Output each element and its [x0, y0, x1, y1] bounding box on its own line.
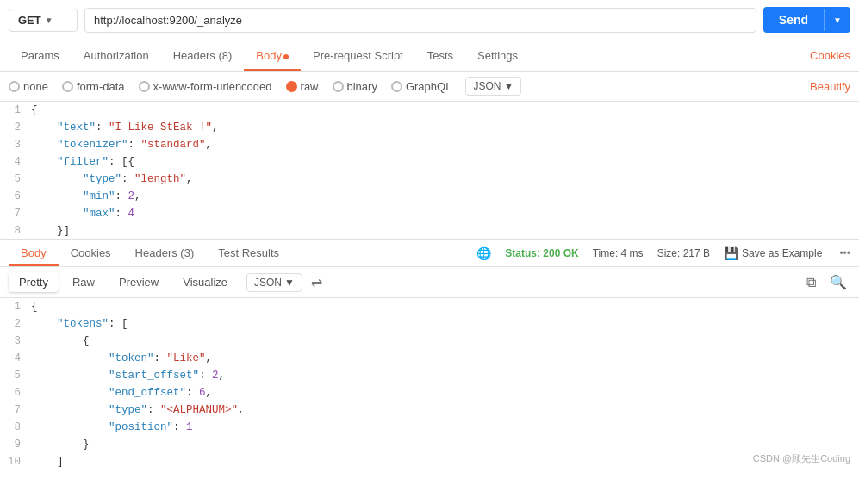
resp-line-6: 6 "end_offset": 6, [0, 384, 859, 401]
resp-line-4: 4 "token": "Like", [0, 350, 859, 367]
req-line-7: 7 "max": 4 [0, 205, 859, 222]
url-input[interactable] [84, 8, 756, 33]
tab-settings[interactable]: Settings [465, 40, 530, 71]
tab-authorization[interactable]: Authorization [72, 40, 161, 71]
tab-prerequest[interactable]: Pre-request Script [301, 40, 415, 71]
send-chevron-icon: ▼ [824, 9, 850, 31]
response-status-area: 🌐 Status: 200 OK Time: 4 ms Size: 217 B … [476, 246, 850, 260]
json-format-label: JSON [473, 80, 501, 92]
more-options-icon[interactable]: ••• [839, 247, 850, 259]
resp-json-label: JSON [254, 277, 282, 289]
time-text: Time: 4 ms [593, 247, 644, 259]
radio-binary [333, 81, 344, 92]
opt-graphql[interactable]: GraphQL [391, 80, 451, 93]
view-preview-button[interactable]: Preview [109, 272, 169, 292]
radio-form-data [62, 81, 73, 92]
response-view-bar: Pretty Raw Preview Visualize JSON ▼ ⇌ ⧉ … [0, 267, 859, 298]
resp-line-7: 7 "type": "<ALPHANUM>", [0, 401, 859, 419]
beautify-link[interactable]: Beautify [810, 80, 850, 93]
resp-tab-cookies[interactable]: Cookies [59, 240, 123, 266]
save-icon: 💾 [724, 246, 738, 260]
req-line-6: 6 "min": 2, [0, 188, 859, 205]
response-tabs-bar: Body Cookies Headers (3) Test Results 🌐 … [0, 240, 859, 267]
tab-tests[interactable]: Tests [415, 40, 465, 71]
req-line-8: 8 }] [0, 222, 859, 240]
response-actions: ⧉ 🔍 [803, 272, 850, 292]
opt-raw[interactable]: raw [286, 80, 319, 93]
resp-line-2: 2 "tokens": [ [0, 315, 859, 333]
body-options: none form-data x-www-form-urlencoded raw… [0, 72, 859, 102]
body-dot [283, 54, 289, 59]
resp-line-1: 1 { [0, 298, 859, 315]
response-code-editor[interactable]: 1 { 2 "tokens": [ 3 { 4 "token": "Like",… [0, 298, 859, 470]
resp-line-8: 8 "position": 1 [0, 419, 859, 436]
tab-headers[interactable]: Headers (8) [161, 40, 245, 71]
json-format-dropdown[interactable]: JSON ▼ [465, 77, 521, 96]
opt-form-data[interactable]: form-data [62, 80, 125, 93]
globe-icon: 🌐 [476, 246, 491, 260]
watermark: CSDN @顾先生Coding [753, 452, 850, 465]
req-line-2: 2 "text": "I Like StEak !", [0, 119, 859, 136]
opt-urlencoded[interactable]: x-www-form-urlencoded [139, 80, 272, 93]
filter-icon[interactable]: ⇌ [311, 274, 322, 290]
send-label: Send [763, 7, 824, 33]
save-as-example-label: Save as Example [742, 247, 822, 259]
send-button[interactable]: Send ▼ [763, 7, 850, 33]
resp-line-5: 5 "start_offset": 2, [0, 367, 859, 384]
resp-json-chevron-icon: ▼ [284, 277, 295, 289]
resp-line-10: 10 ] [0, 453, 859, 470]
tab-params[interactable]: Params [9, 40, 72, 71]
resp-tab-test-results[interactable]: Test Results [206, 240, 291, 266]
url-bar: GET ▼ Send ▼ [0, 0, 859, 40]
status-text: Status: 200 OK [505, 247, 578, 259]
req-line-4: 4 "filter": [{ [0, 153, 859, 171]
view-visualize-button[interactable]: Visualize [172, 272, 238, 292]
request-code-editor[interactable]: 1 { 2 "text": "I Like StEak !", 3 "token… [0, 102, 859, 240]
method-dropdown[interactable]: GET ▼ [9, 9, 78, 32]
method-chevron-icon: ▼ [45, 16, 53, 25]
tab-body[interactable]: Body [244, 40, 301, 71]
save-as-example-button[interactable]: 💾 Save as Example [724, 246, 822, 260]
radio-raw [286, 81, 297, 92]
resp-tab-body[interactable]: Body [9, 240, 59, 266]
resp-json-dropdown[interactable]: JSON ▼ [246, 273, 302, 292]
resp-line-3: 3 { [0, 333, 859, 350]
view-pretty-button[interactable]: Pretty [9, 272, 59, 292]
response-code-wrap: 1 { 2 "tokens": [ 3 { 4 "token": "Like",… [0, 298, 859, 470]
copy-button[interactable]: ⧉ [803, 272, 819, 292]
req-line-5: 5 "type": "length", [0, 171, 859, 188]
radio-graphql [391, 81, 402, 92]
search-button[interactable]: 🔍 [826, 272, 850, 292]
method-label: GET [18, 14, 41, 27]
size-text: Size: 217 B [657, 247, 710, 259]
radio-none [9, 81, 20, 92]
req-line-3: 3 "tokenizer": "standard", [0, 136, 859, 153]
radio-urlencoded [139, 81, 150, 92]
resp-tab-headers[interactable]: Headers (3) [123, 240, 207, 266]
request-tabs: Params Authorization Headers (8) Body Pr… [0, 40, 859, 72]
opt-binary[interactable]: binary [333, 80, 377, 93]
json-chevron-icon: ▼ [503, 80, 514, 92]
opt-none[interactable]: none [9, 80, 48, 93]
cookies-link[interactable]: Cookies [810, 49, 850, 62]
resp-line-9: 9 } [0, 436, 859, 453]
view-raw-button[interactable]: Raw [62, 272, 105, 292]
req-line-1: 1 { [0, 102, 859, 119]
